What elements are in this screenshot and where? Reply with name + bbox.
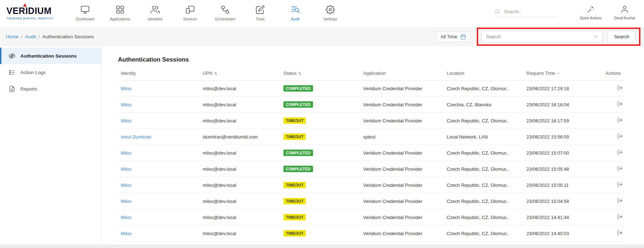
- nav-item-applications[interactable]: Applications: [107, 3, 133, 21]
- identity-link[interactable]: Milos: [121, 215, 132, 220]
- nav-item-audit[interactable]: Audit: [282, 3, 308, 21]
- location-cell: Czech Republic, CZ, Olomuc..: [444, 193, 524, 209]
- status-badge: COMPLETED: [283, 166, 313, 172]
- list-icon: [9, 69, 15, 76]
- settings-icon: [326, 5, 335, 14]
- location-cell: Czech Republic, CZ, Olomuc..: [444, 177, 524, 193]
- calendar-icon: [460, 34, 466, 40]
- search-type-dropdown[interactable]: Search: [481, 31, 603, 43]
- table-row: Milos milos@dev.local COMPLETED Veridium…: [118, 97, 624, 113]
- document-icon: [9, 86, 15, 92]
- open-session-icon[interactable]: [617, 85, 623, 91]
- breadcrumb-home-link[interactable]: Home: [6, 34, 19, 39]
- open-session-icon[interactable]: [617, 214, 623, 220]
- identity-link[interactable]: Milos: [121, 183, 132, 188]
- identity-link[interactable]: Milos: [121, 102, 132, 107]
- user-menu[interactable]: David Kuchar: [610, 4, 639, 20]
- time-filter-button[interactable]: All Time: [436, 31, 470, 42]
- open-session-icon[interactable]: [617, 117, 623, 123]
- identity-link[interactable]: Milos: [121, 86, 132, 91]
- sort-updown-icon: ⇅: [298, 71, 301, 76]
- open-session-icon[interactable]: [617, 230, 623, 236]
- quick-actions-button[interactable]: Quick Actions: [577, 4, 605, 20]
- search-icon: [495, 9, 500, 14]
- request-time-cell: 23/06/2022 17:29:18: [524, 81, 597, 97]
- upn-cell: milos@dev.local: [200, 145, 281, 161]
- identity-link[interactable]: Milos: [121, 199, 132, 204]
- identity-link[interactable]: Milos: [121, 231, 132, 236]
- open-session-icon[interactable]: [617, 101, 623, 107]
- status-badge: TIMEOUT: [283, 198, 306, 204]
- status-badge: COMPLETED: [283, 85, 313, 92]
- nav-item-identities[interactable]: Identities: [142, 3, 168, 21]
- location-cell: Czechia, CZ, Blansko: [444, 97, 524, 113]
- table-row: Milos milos@dev.local COMPLETED Veridium…: [118, 81, 624, 97]
- request-time-cell: 23/06/2022 14:40:03: [524, 225, 597, 242]
- devices-icon: [185, 5, 195, 14]
- open-session-icon[interactable]: [617, 198, 623, 204]
- applications-icon: [115, 5, 125, 14]
- nav-item-orchestrator[interactable]: Orchestrator: [212, 3, 238, 21]
- breadcrumb-audit-link[interactable]: Audit: [25, 34, 36, 39]
- orchestrator-icon: [221, 5, 230, 14]
- status-badge: TIMEOUT: [283, 230, 306, 237]
- status-badge: COMPLETED: [283, 150, 313, 156]
- column-header-status[interactable]: Status⇅: [281, 65, 360, 81]
- application-cell: Veridium Credential Provider: [360, 209, 444, 225]
- sessions-table: Identity UPN⇅ Status⇅ Application Locati…: [118, 65, 624, 242]
- upn-cell: milos@dev.local: [200, 209, 281, 225]
- search-dropdown-placeholder: Search: [486, 34, 501, 39]
- application-cell: Veridium Credential Provider: [360, 177, 444, 193]
- open-session-icon[interactable]: [617, 165, 623, 171]
- request-time-cell: 23/06/2022 15:04:58: [524, 193, 597, 209]
- application-cell: Veridium Credential Provider: [360, 97, 444, 113]
- annotation-red-box: Search Search: [477, 28, 640, 46]
- breadcrumb-separator: /: [39, 34, 40, 39]
- table-row: Ionut Dumitran idumitran@veridiumid.com …: [118, 129, 624, 145]
- status-badge: TIMEOUT: [283, 182, 306, 188]
- sidebar-item-label: Reports: [20, 86, 37, 92]
- identity-link[interactable]: Milos: [121, 166, 132, 172]
- location-cell: Local Network, LAN: [444, 129, 524, 145]
- identity-link[interactable]: Milos: [121, 118, 132, 123]
- identity-link[interactable]: Ionut Dumitran: [121, 134, 151, 140]
- nav-label: Identities: [148, 17, 163, 21]
- status-badge: TIMEOUT: [283, 117, 306, 124]
- column-header-upn[interactable]: UPN⇅: [200, 65, 281, 81]
- nav-item-devices[interactable]: Devices: [177, 3, 203, 21]
- column-header-application: Application: [360, 65, 444, 81]
- nav-item-tools[interactable]: Tools: [247, 3, 273, 21]
- identity-link[interactable]: Milos: [121, 150, 132, 156]
- open-session-icon[interactable]: [617, 133, 623, 139]
- column-header-request-time[interactable]: Request Time: [524, 65, 597, 81]
- location-cell: Czech Republic, CZ, Olomuc..: [444, 225, 524, 242]
- table-row: Milos milos@dev.local TIMEOUT Veridium C…: [118, 177, 624, 193]
- request-time-cell: 23/06/2022 15:07:00: [524, 145, 597, 161]
- veridium-logo: VERIDIUM TRUSTED DIGITAL IDENTITY: [6, 6, 64, 20]
- open-session-icon[interactable]: [617, 181, 623, 188]
- sidebar-item-reports[interactable]: Reports: [0, 81, 101, 97]
- sidebar-item-label: Authentication Sessions: [20, 53, 77, 59]
- upn-cell: milos@dev.local: [200, 113, 281, 129]
- nav-label: Dashboard: [76, 17, 94, 21]
- main-nav: Dashboard Applications Identities Device…: [72, 3, 343, 21]
- upn-cell: milos@dev.local: [200, 225, 281, 242]
- time-filter-label: All Time: [441, 34, 457, 39]
- application-cell: sptest: [360, 129, 444, 145]
- nav-item-dashboard[interactable]: Dashboard: [72, 3, 98, 21]
- nav-label: Settings: [323, 17, 337, 21]
- table-row: Milos milos@dev.local TIMEOUT Veridium C…: [118, 225, 624, 242]
- quick-actions-label: Quick Actions: [580, 16, 602, 20]
- nav-item-settings[interactable]: Settings: [317, 3, 343, 21]
- top-search-input[interactable]: [504, 9, 550, 14]
- sidebar-item-action-logs[interactable]: Action Logs: [0, 64, 101, 81]
- open-session-icon[interactable]: [617, 149, 623, 155]
- table-row: Milos milos@dev.local COMPLETED Veridium…: [118, 145, 624, 161]
- search-button[interactable]: Search: [608, 31, 636, 43]
- main-panel: Authentication Sessions Identity UPN⇅ St…: [101, 45, 644, 244]
- sidebar-item-authentication-sessions[interactable]: Authentication Sessions: [0, 48, 101, 64]
- upn-cell: milos@dev.local: [200, 193, 281, 209]
- status-badge: TIMEOUT: [283, 214, 306, 220]
- location-cell: Czech Republic, CZ, Olomuc..: [444, 161, 524, 177]
- application-cell: Veridium Credential Provider: [360, 193, 444, 209]
